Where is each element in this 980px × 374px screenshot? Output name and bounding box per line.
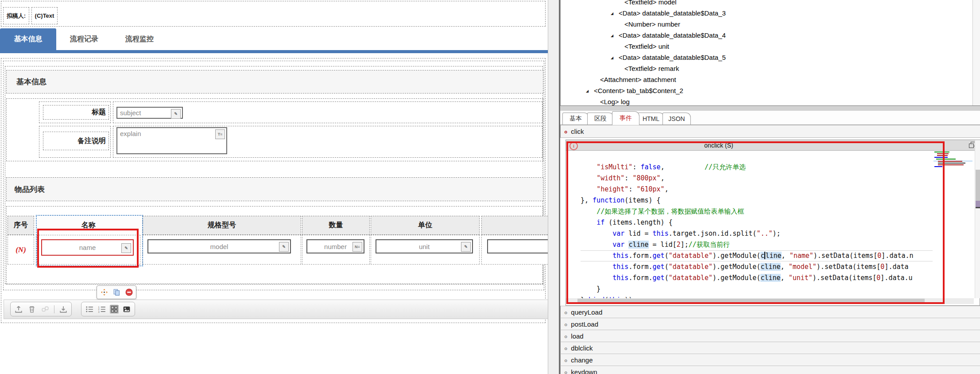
event-row-click[interactable]: ‹› click: [560, 125, 980, 138]
col-header-seq-label: 序号: [14, 221, 28, 230]
event-row-keydown[interactable]: ‹›keydown: [560, 366, 980, 374]
event-label: load: [571, 332, 583, 340]
tree-item[interactable]: ◢<Data> datatable_datatable$Data_3: [561, 8, 973, 19]
event-row-dblclick[interactable]: ‹›dblclick: [560, 342, 980, 355]
editor-vertical-scrollbar[interactable]: [975, 140, 980, 298]
col-header-unit[interactable]: 单位: [371, 216, 480, 235]
col-header-seq[interactable]: 序号: [8, 216, 34, 235]
tree-expand-icon[interactable]: ◢: [611, 52, 613, 63]
event-row-queryload[interactable]: ‹›queryLoad: [560, 306, 980, 319]
name-field[interactable]: name ✎: [41, 239, 134, 256]
extra-field[interactable]: [487, 239, 548, 253]
code-line: this.form.get("datatable").getModule(cli…: [581, 261, 933, 273]
editor-vscroll-thumb[interactable]: [976, 170, 980, 201]
tree-item[interactable]: <Attachment> attachment: [561, 74, 973, 85]
tree-item-label: <Textfield> model: [624, 0, 677, 8]
explain-textarea[interactable]: explain T≡: [116, 127, 227, 154]
grid-view-icon[interactable]: [110, 305, 119, 314]
number-field[interactable]: number N≡: [306, 239, 364, 253]
event-label: queryLoad: [571, 308, 602, 316]
tab-process-monitor-label: 流程监控: [125, 35, 154, 44]
event-row-change[interactable]: ‹›change: [560, 354, 980, 366]
code-line: this.form.get("datatable").getModule(cli…: [581, 250, 933, 261]
tree-scrollbar[interactable]: [972, 0, 980, 105]
move-icon[interactable]: [100, 288, 108, 297]
subject-input[interactable]: subject ✎: [116, 107, 183, 119]
tree-item-label: <Attachment> attachment: [600, 74, 676, 85]
image-view-icon[interactable]: [122, 305, 131, 314]
section-basic-header[interactable]: 基本信息: [6, 70, 543, 94]
tab-section[interactable]: 区段: [587, 113, 614, 125]
panel-splitter[interactable]: [548, 0, 559, 374]
tree-item[interactable]: <Number> number: [561, 19, 973, 30]
delete-icon[interactable]: [27, 305, 36, 314]
tree-item[interactable]: <Textfield> model: [561, 0, 973, 8]
tree-item[interactable]: ◢<Data> datatable_datatable$Data_5: [561, 52, 973, 63]
editor-horizontal-scrollbar[interactable]: [566, 298, 974, 304]
edit-icon[interactable]: ✎: [461, 242, 471, 252]
tab-process-monitor[interactable]: 流程监控: [117, 28, 162, 50]
event-label: change: [571, 356, 593, 364]
code-line: "isMulti": false, //只允许单选: [581, 162, 933, 173]
textarea-icon[interactable]: T≡: [215, 129, 225, 139]
tab-basic-info[interactable]: 基本信息: [0, 28, 56, 50]
col-header-extra[interactable]: [481, 216, 548, 235]
code-editor: i onclick (S) "isMulti": false, //只允许单选 …: [566, 140, 980, 306]
tab-html[interactable]: HTML: [638, 113, 664, 125]
number-icon[interactable]: N≡: [352, 242, 362, 252]
col-header-model[interactable]: 规格型号: [143, 216, 301, 235]
model-field[interactable]: model ✎: [147, 239, 291, 253]
edit-icon[interactable]: ✎: [279, 242, 289, 252]
copy-icon[interactable]: [112, 288, 121, 297]
explain-label-box[interactable]: 备注说明: [43, 132, 109, 150]
restore-window-icon[interactable]: [969, 142, 975, 148]
code-line: var cline = lid[2];//获取当前行: [581, 239, 933, 250]
upload-icon[interactable]: [14, 305, 23, 314]
number-placeholder: number: [324, 243, 347, 250]
code-brackets-icon: ‹›: [564, 345, 566, 352]
subject-label-box[interactable]: 标题: [43, 105, 109, 120]
drafter-value-box[interactable]: (C)Text: [31, 7, 58, 24]
tab-section-label: 区段: [594, 115, 607, 123]
code-minimap[interactable]: [934, 151, 972, 169]
tree-expand-icon[interactable]: ◢: [611, 30, 613, 41]
col-header-unit-label: 单位: [418, 221, 432, 230]
toolbar-separator: [54, 305, 54, 313]
link-disabled-icon[interactable]: [41, 305, 50, 314]
code-area[interactable]: "isMulti": false, //只允许单选 "width": "800p…: [566, 151, 933, 298]
tree-expand-icon[interactable]: ◢: [611, 8, 613, 19]
edit-icon[interactable]: ✎: [171, 109, 181, 119]
numbered-list-icon[interactable]: 123: [97, 305, 106, 314]
tab-process-record[interactable]: 流程记录: [62, 28, 106, 50]
tree-item[interactable]: ◢<Data> datatable_datatable$Data_4: [561, 30, 973, 41]
code-line: //如果选择了某个数据，将数据赋值给表单输入框: [581, 206, 933, 217]
editor-hscroll-thumb[interactable]: [577, 299, 925, 304]
tree-item[interactable]: <Textfield> unit: [561, 41, 973, 52]
drafter-label-box[interactable]: 拟稿人:: [3, 7, 29, 24]
code-brackets-icon: ‹›: [564, 321, 566, 328]
editor-title: onclick (S): [566, 140, 872, 151]
tree-expand-icon[interactable]: ◢: [586, 86, 589, 97]
code-brackets-icon: ‹›: [564, 357, 566, 364]
section-items-header[interactable]: 物品列表: [6, 177, 543, 201]
code-line: }.bind(this));: [581, 295, 933, 298]
col-header-name[interactable]: 名称: [37, 216, 140, 235]
unit-placeholder: unit: [419, 243, 430, 250]
download-icon[interactable]: [59, 305, 68, 314]
code-brackets-icon: ‹›: [564, 128, 566, 135]
unit-field[interactable]: unit ✎: [376, 239, 473, 253]
remove-icon[interactable]: [124, 288, 133, 297]
event-row-postload[interactable]: ‹›postLoad: [560, 318, 980, 331]
tree-item[interactable]: <Textfield> remark: [561, 63, 973, 74]
bullet-list-icon[interactable]: [85, 305, 94, 314]
tab-json[interactable]: JSON: [662, 113, 691, 125]
col-header-number-label: 数量: [329, 221, 343, 230]
tree-item[interactable]: ◢<Content> tab_tab$Content_2: [561, 85, 973, 96]
tab-basic[interactable]: 基本: [562, 113, 589, 125]
col-header-number[interactable]: 数量: [302, 216, 370, 235]
tree-item[interactable]: <Log> log: [561, 96, 973, 105]
edit-icon[interactable]: ✎: [121, 243, 131, 253]
tab-events[interactable]: 事件: [612, 111, 639, 125]
editor-title-bar[interactable]: i onclick (S): [566, 140, 980, 151]
event-row-load[interactable]: ‹›load: [560, 330, 980, 343]
